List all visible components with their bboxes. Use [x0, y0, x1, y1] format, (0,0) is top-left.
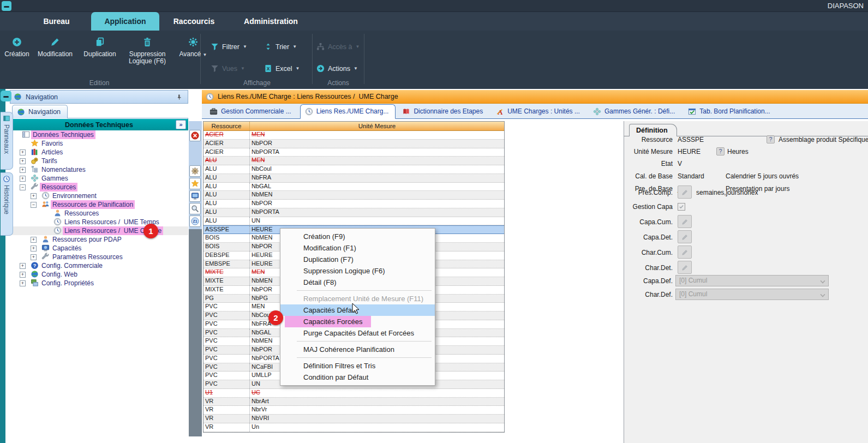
table-row[interactable]: ACIERNbPORTA: [203, 148, 504, 157]
tool-button-search[interactable]: [189, 203, 201, 214]
expand-icon[interactable]: +: [20, 280, 26, 286]
help-button[interactable]: ?: [716, 147, 725, 155]
ribbon-button-duplication[interactable]: Duplication: [79, 31, 121, 65]
tab-navigation[interactable]: Navigation: [12, 105, 68, 118]
document-tab-gammes-gener-defi[interactable]: Gammes Génér. : Défi...: [589, 105, 681, 118]
column-header-ressource[interactable]: Ressource: [203, 122, 250, 130]
ribbon-button-suppression-logique-f6[interactable]: Suppression Logique (F6): [121, 31, 173, 65]
tree-item-ressources[interactable]: Ressources: [10, 209, 188, 218]
help-button[interactable]: ?: [767, 135, 775, 143]
panel-splitter[interactable]: [189, 229, 202, 436]
document-tab-dictionnaire-des-etapes[interactable]: Dictionnaire des Etapes: [398, 105, 489, 118]
ribbon-button-creation[interactable]: Création: [2, 31, 32, 65]
column-header-unite-mesure[interactable]: Unité Mesure: [250, 122, 504, 130]
ribbon-button-actions[interactable]: Actions▼: [316, 64, 358, 73]
tree-item-nomenclatures[interactable]: +Nomenclatures: [10, 165, 188, 174]
tree-item-capacites[interactable]: +Capacités: [10, 244, 188, 253]
table-row[interactable]: ALUNbPORTA: [203, 208, 504, 217]
ribbon-button-filtrer[interactable]: Filtrer▼: [211, 43, 247, 51]
expand-icon[interactable]: +: [20, 149, 26, 155]
table-row[interactable]: ALUNbFRA: [203, 174, 504, 183]
menu-item-duplication-f7[interactable]: Duplication (F7): [280, 254, 435, 265]
tool-button-zoom-1[interactable]: Z1: [189, 215, 201, 227]
tree-item-config-commerciale[interactable]: +?Config. Commerciale: [10, 261, 188, 270]
expand-icon[interactable]: +: [31, 246, 37, 252]
ribbon-button-trier[interactable]: Trier▼: [264, 43, 297, 51]
menu-item-definition-filtres-et-tris[interactable]: Définition Filtres et Tris: [280, 360, 435, 372]
tree-item-tarifs[interactable]: +Tarifs: [10, 157, 188, 165]
table-row[interactable]: ALUUN: [203, 217, 504, 226]
tool-button-close[interactable]: [189, 130, 201, 141]
edit-button-char-det[interactable]: [678, 261, 692, 274]
panel-logo-icon[interactable]: [1, 91, 11, 101]
menu-item-condition-par-defaut[interactable]: Condition par Défaut: [280, 372, 435, 383]
tree-item-liens-ressources-ume-charge[interactable]: Liens Ressources / UME Charge: [10, 226, 188, 235]
menu-item-modification-f1[interactable]: Modification (F1): [280, 242, 435, 254]
checkbox-gestion-capa[interactable]: [678, 203, 685, 211]
expand-icon[interactable]: +: [20, 263, 26, 269]
tree-item-favoris[interactable]: Favoris: [10, 139, 188, 148]
document-tab-gestion-commerciale[interactable]: Gestion Commerciale ...: [205, 105, 298, 118]
pin-icon[interactable]: [176, 93, 183, 102]
table-row[interactable]: ACIERMEN: [203, 131, 504, 140]
expand-icon[interactable]: +: [20, 272, 26, 278]
expand-icon[interactable]: +: [20, 158, 26, 164]
expand-icon[interactable]: +: [31, 254, 37, 260]
menu-item-detail-f8[interactable]: Détail (F8): [280, 277, 435, 288]
table-row[interactable]: VRNbrVr: [203, 406, 504, 415]
table-row[interactable]: VRNbrArt: [203, 398, 504, 406]
tree-item-ressources-de-planification[interactable]: −Ressources de Planification: [10, 200, 188, 209]
ribbon-tab-raccourcis[interactable]: Raccourcis: [159, 12, 229, 31]
document-tab-ume-charges-unites[interactable]: AUME Charges : Unités ...: [492, 105, 586, 118]
tree-item-config-web[interactable]: +Config. Web: [10, 270, 188, 279]
menu-item-purge-capacites-defaut-et-forcees[interactable]: Purge Capacités Défaut et Forcées: [280, 327, 435, 339]
ribbon-tab-application[interactable]: Application: [91, 12, 159, 31]
table-row[interactable]: ACIERNbPOR: [203, 140, 504, 148]
menu-item-suppression-logique-f6[interactable]: Suppression Logique (F6): [280, 265, 435, 277]
table-row[interactable]: ALUMEN: [203, 157, 504, 165]
menu-item-creation-f9[interactable]: Création (F9): [280, 231, 435, 242]
select-char-def[interactable]: [0] Cumul: [675, 289, 829, 300]
table-row[interactable]: ALUNbGAL: [203, 183, 504, 191]
document-tab-liens-res-ume-charg[interactable]: Liens Res./UME Charg...: [300, 104, 396, 119]
select-capa-def[interactable]: [0] Cumul: [675, 275, 829, 286]
ribbon-button-excel[interactable]: XExcel▼: [264, 64, 300, 73]
tree-item-environnement[interactable]: +Environnement: [10, 191, 188, 200]
edit-button-capa-det[interactable]: [678, 230, 692, 243]
expand-icon[interactable]: +: [20, 176, 26, 182]
tool-button-favorites[interactable]: [189, 178, 201, 189]
tree-item-ressources-pour-pdap[interactable]: +Ressources pour PDAP: [10, 235, 188, 244]
menu-item-capacites-forcees[interactable]: Capacités Forcées: [280, 316, 435, 327]
tool-button-settings[interactable]: [189, 165, 201, 177]
tree-item-gammes[interactable]: +Gammes: [10, 174, 188, 183]
side-tab-panneaux[interactable]: Panneaux: [1, 112, 13, 170]
collapse-icon[interactable]: −: [31, 202, 37, 208]
table-row[interactable]: ALUNbMEN: [203, 191, 504, 200]
side-tab-historique[interactable]: Historique: [1, 172, 13, 236]
edit-button-capa-cum[interactable]: [678, 215, 692, 228]
ribbon-button-modification[interactable]: Modification: [32, 31, 79, 65]
tree-item-parametres-ressources[interactable]: +Paramètres Ressources: [10, 253, 188, 261]
collapse-icon[interactable]: −: [20, 184, 26, 190]
table-row[interactable]: U1UC: [203, 389, 504, 398]
tab-definition[interactable]: Définition: [629, 124, 677, 136]
expand-icon[interactable]: +: [31, 237, 37, 243]
table-row[interactable]: VRNbVRI: [203, 415, 504, 423]
expand-icon[interactable]: +: [31, 193, 37, 199]
tool-button-display[interactable]: [189, 190, 201, 202]
table-row[interactable]: VRUn: [203, 423, 504, 432]
ribbon-tab-bureau[interactable]: Bureau: [22, 12, 91, 31]
table-row[interactable]: ALUNbPOR: [203, 200, 504, 208]
tree-item-articles[interactable]: +Articles: [10, 148, 188, 157]
collapse-panel-button[interactable]: »: [176, 120, 186, 129]
edit-button-pres-comp[interactable]: [678, 185, 692, 199]
table-row[interactable]: ALUNbCoul: [203, 165, 504, 174]
menu-item-maj-coherence-planification[interactable]: MAJ Cohérence Planification: [280, 344, 435, 355]
tree-item-ressources[interactable]: −Ressources: [10, 183, 188, 191]
ribbon-tab-administration[interactable]: Administration: [229, 12, 313, 31]
document-tab-tab-bord-planification[interactable]: Tab. Bord Planification...: [684, 105, 776, 118]
edit-button-char-cum[interactable]: [678, 246, 692, 259]
tree-item-liens-ressources-ume-temps[interactable]: Liens Ressources / UME Temps: [10, 218, 188, 226]
tree-item-config-proprietes[interactable]: +Config. Propriétés: [10, 279, 188, 288]
expand-icon[interactable]: +: [20, 167, 26, 173]
